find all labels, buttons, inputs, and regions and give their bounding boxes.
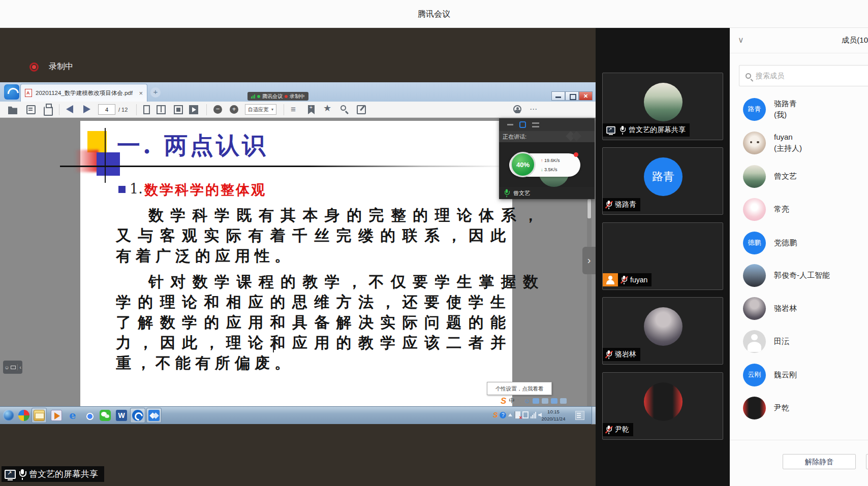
collapse-panel-handle[interactable]: › [582,247,596,274]
layout-icon[interactable] [519,121,526,128]
member-row[interactable]: 路青 骆路青(我) [743,92,868,126]
menu-icon[interactable] [532,122,539,127]
video-tile-luoyanlin[interactable]: 骆岩林 [602,297,723,365]
help-tray-icon[interactable]: ? [500,412,506,418]
page-total-label: / 12 [118,107,128,113]
360-browser-icon[interactable] [18,410,29,421]
show-desktop-button[interactable] [592,407,596,425]
member-row[interactable]: 常亮 [743,192,868,226]
taskbar-clock[interactable]: 10:15 2020/11/24 [535,408,572,423]
speed-ball-widget[interactable]: 40% ↑ 19.6K/s ↓ 3.5K/s [509,153,580,177]
fullscreen-icon[interactable] [174,105,183,114]
print-icon[interactable] [44,107,53,116]
input-method-mini-bar[interactable]: ☺ ‹ [3,361,22,374]
facing-page-view-icon[interactable] [157,105,166,114]
save-page-icon[interactable] [26,105,36,114]
video-tile-luoluqing[interactable]: 路青 骆路青 [602,147,723,215]
zoom-in-icon[interactable]: + [230,105,238,114]
tray-expand-icon[interactable] [508,413,512,416]
wechat-icon[interactable] [100,410,111,421]
member-row[interactable]: 德鹏 党德鹏 [743,226,868,260]
member-row[interactable]: fuyan(主持人) [743,126,868,159]
watermark-diamond-icon [566,131,576,141]
video-tile-yinqian[interactable]: 尹乾 [602,372,723,440]
system-tray: S ? [493,411,542,419]
member-name: 骆岩林 [774,303,797,314]
upload-speed: ↑ 19.6K/s [541,156,560,165]
next-page-icon[interactable] [83,105,90,113]
smiley-icon[interactable]: ☺ [4,365,9,370]
pdf-document-tab[interactable]: 20201124_数学建模教改项目体会.pdf × [20,84,147,102]
sogou-input-bar[interactable]: S 中 °, ☺ [501,396,595,406]
member-row[interactable]: 郭俊奇-人工智能 [743,258,868,292]
emoji-icon[interactable]: ☺ [523,397,530,405]
internet-explorer-icon[interactable]: e [67,410,78,421]
annotate-icon[interactable] [357,105,366,114]
member-name: 曾文艺 [774,171,797,182]
collapse-left-icon[interactable]: ‹ [19,365,21,370]
tab-close-icon[interactable]: × [139,89,143,97]
speaking-label: 正在讲话: [503,134,526,140]
thumbnail-list-icon[interactable]: ≡ [291,105,300,114]
member-row[interactable]: 尹乾 [743,391,868,425]
open-file-icon[interactable] [8,105,17,114]
toolbox-icon[interactable] [560,398,567,404]
avatar: 德鹏 [743,232,766,254]
screen-share-icon [606,126,615,134]
search-input[interactable] [756,72,842,80]
restore-button[interactable] [565,91,579,101]
keyboard-icon[interactable] [542,398,548,404]
speed-ball-icon[interactable]: 40% [510,152,536,177]
chevron-down-icon[interactable]: ∨ [738,35,744,45]
word-icon[interactable]: W [116,410,127,421]
avatar: 路青 [743,98,766,121]
keyboard-icon[interactable] [11,366,16,369]
presentation-mode-icon[interactable] [189,105,198,114]
minimize-button[interactable] [551,91,565,101]
media-player-icon[interactable] [51,410,62,421]
minimize-icon[interactable] [507,124,513,125]
pdf-scrollbar-thumb[interactable] [587,199,591,218]
avatar [644,83,683,121]
search-icon[interactable] [340,105,346,111]
share-banner-text: 曾文艺的屏幕共享 [29,468,98,480]
meeting-status-pill: 腾讯会议 录制中 [247,92,308,101]
favorites-star-icon[interactable]: ★ [323,104,332,113]
close-button[interactable]: ✕ [579,91,593,101]
zoom-mode-select[interactable]: 自适应宽 ▾ [245,104,276,115]
member-name: 郭俊奇-人工智能 [774,270,830,281]
chinese-mode-icon[interactable]: 中 [509,397,515,405]
skin-icon[interactable] [551,398,557,404]
tencent-meeting-window: 腾讯会议 录制中 20201124_数学建模教改项目体会.pdf × + 腾讯会… [0,0,868,486]
member-row[interactable]: 骆岩林 [743,291,868,325]
bookmark-icon[interactable] [308,105,315,114]
punctuation-icon[interactable]: °, [517,398,521,404]
member-row[interactable]: 曾文艺 [743,159,868,193]
tencent-meeting-taskbar-icon[interactable] [148,410,160,421]
action-center-flag-icon[interactable] [514,411,520,418]
voice-icon[interactable] [533,398,539,404]
partial-button[interactable] [866,454,868,469]
member-row[interactable]: 田沄 [743,325,868,358]
unmute-button[interactable]: 解除静音 [783,454,856,469]
member-row[interactable]: 云刚 魏云刚 [743,358,868,392]
new-tab-button[interactable]: + [150,87,161,98]
speaking-floating-panel[interactable]: 正在讲话: 40% ↑ 19.6K/s ↓ 3.5K/s 曾文艺 [499,118,595,199]
clipboard-tray-icon[interactable] [522,411,529,418]
sogou-tray-icon[interactable]: S [493,411,498,419]
page-number-input[interactable] [98,104,115,115]
sidebar-tray-icon[interactable] [575,411,584,420]
previous-page-icon[interactable] [66,105,73,113]
member-search-box[interactable] [739,65,868,86]
zoom-out-icon[interactable]: − [213,105,222,114]
account-icon[interactable] [513,105,521,113]
video-tile-zengwenyi[interactable]: 曾文艺的屏幕共享 [602,73,723,140]
single-page-view-icon[interactable] [143,105,150,114]
pdf-reader-taskbar-icon[interactable] [132,410,143,421]
explorer-icon[interactable] [34,410,45,421]
download-speed: ↓ 3.5K/s [541,165,560,174]
video-tile-fuyan[interactable]: fuyan [602,222,723,290]
sogou-logo-icon[interactable]: S [501,396,506,406]
start-button-icon[interactable] [3,410,14,421]
more-menu-icon[interactable]: ⋯ [530,105,539,114]
